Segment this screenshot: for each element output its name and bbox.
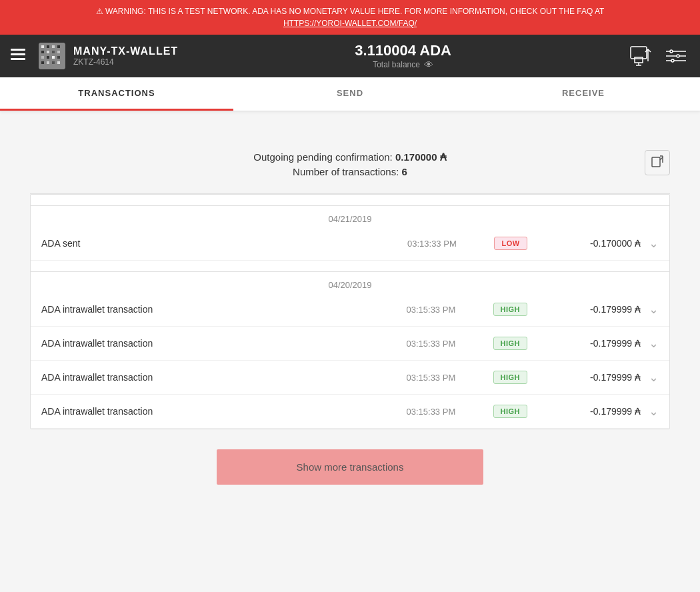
header-right: [628, 43, 689, 69]
tx-count: 6: [402, 166, 407, 177]
wallet-avatar: [39, 43, 65, 69]
svg-rect-12: [41, 56, 44, 59]
wallet-id: ZKTZ-4614: [73, 57, 178, 67]
pending-info: Outgoing pending confirmation: 0.170000 …: [30, 138, 670, 187]
show-more-button[interactable]: Show more transactions: [217, 449, 483, 485]
svg-rect-4: [41, 45, 44, 48]
tx-type: ADA intrawallet transaction: [41, 406, 407, 417]
warning-icon: ⚠: [96, 7, 103, 16]
svg-rect-6: [52, 45, 55, 48]
pending-text: Outgoing pending confirmation: 0.170000 …: [30, 151, 670, 163]
table-row[interactable]: ADA intrawallet transaction 03:15:33 PM …: [31, 361, 669, 395]
header-left: MANY-TX-WALLET ZKTZ-4614: [11, 43, 178, 69]
header-center: 3.110004 ADA Total balance 👁: [178, 42, 628, 70]
settings-button[interactable]: [663, 43, 689, 69]
tx-badge: HIGH: [493, 303, 528, 316]
svg-rect-13: [47, 56, 49, 59]
export-button[interactable]: [645, 150, 670, 175]
wallet-name: MANY-TX-WALLET: [73, 45, 178, 57]
pending-section: Outgoing pending confirmation: 0.170000 …: [30, 125, 670, 194]
svg-rect-19: [57, 61, 60, 64]
table-row[interactable]: ADA intrawallet transaction 03:15:33 PM …: [31, 395, 669, 429]
show-more-container: Show more transactions: [30, 449, 670, 485]
tx-amount: -0.179999 ₳: [541, 406, 641, 417]
tab-receive[interactable]: RECEIVE: [467, 77, 700, 111]
table-row[interactable]: ADA sent 03:13:33 PM LOW -0.170000 ₳ ⌄: [31, 227, 669, 261]
svg-rect-7: [57, 45, 60, 48]
svg-rect-9: [47, 51, 49, 53]
tx-amount: -0.179999 ₳: [541, 304, 641, 315]
tx-count-text: Number of transactions: 6: [30, 166, 670, 177]
ada-symbol: ₳: [440, 151, 447, 163]
chevron-down-icon[interactable]: ⌄: [649, 236, 659, 251]
tx-amount: -0.179999 ₳: [541, 338, 641, 349]
svg-rect-11: [57, 51, 60, 53]
nav-tabs: TRANSACTIONS SEND RECEIVE: [0, 77, 700, 111]
warning-text: WARNING: THIS IS A TEST NETWORK. ADA HAS…: [105, 7, 605, 16]
chevron-down-icon[interactable]: ⌄: [649, 302, 659, 317]
tx-badge: LOW: [494, 237, 527, 250]
date-divider-1: 04/21/2019: [31, 205, 669, 224]
tx-time: 03:15:33 PM: [407, 407, 480, 417]
svg-rect-1: [11, 53, 25, 55]
svg-point-28: [677, 55, 679, 57]
svg-rect-34: [652, 157, 660, 167]
pending-amount: 0.170000 ₳: [395, 151, 447, 163]
balance-amount: 3.110004 ADA: [178, 42, 628, 59]
tx-time: 03:13:33 PM: [407, 239, 481, 249]
svg-point-31: [671, 59, 674, 62]
tx-amount: -0.179999 ₳: [541, 372, 641, 383]
menu-icon[interactable]: [11, 49, 25, 64]
svg-point-25: [670, 50, 673, 53]
svg-rect-16: [41, 61, 44, 64]
chevron-down-icon[interactable]: ⌄: [649, 336, 659, 351]
svg-rect-0: [11, 49, 25, 51]
tx-time: 03:15:33 PM: [407, 339, 480, 349]
tx-time: 03:15:33 PM: [407, 305, 480, 315]
tx-badge: HIGH: [493, 405, 528, 418]
svg-rect-18: [52, 61, 55, 64]
tx-type: ADA sent: [41, 238, 407, 249]
header: MANY-TX-WALLET ZKTZ-4614 3.110004 ADA To…: [0, 35, 700, 77]
svg-rect-14: [52, 56, 55, 59]
table-row[interactable]: ADA intrawallet transaction 03:15:33 PM …: [31, 327, 669, 361]
transactions-table: 04/21/2019 ADA sent 03:13:33 PM LOW -0.1…: [30, 194, 670, 429]
date-divider-2: 04/20/2019: [31, 271, 669, 290]
chevron-down-icon[interactable]: ⌄: [649, 370, 659, 385]
tx-type: ADA intrawallet transaction: [41, 338, 407, 349]
tab-transactions[interactable]: TRANSACTIONS: [0, 77, 233, 111]
send-receive-button[interactable]: [628, 43, 655, 69]
wallet-info: MANY-TX-WALLET ZKTZ-4614: [73, 45, 178, 67]
tx-badge: HIGH: [493, 371, 528, 384]
chevron-down-icon[interactable]: ⌄: [649, 404, 659, 419]
tx-type: ADA intrawallet transaction: [41, 372, 407, 383]
tx-amount: -0.170000 ₳: [541, 238, 641, 249]
balance-label: Total balance 👁: [178, 59, 628, 70]
svg-rect-2: [11, 58, 25, 60]
tx-badge: HIGH: [493, 337, 528, 350]
svg-rect-17: [47, 61, 49, 64]
tab-send[interactable]: SEND: [233, 77, 467, 111]
eye-icon[interactable]: 👁: [424, 59, 433, 70]
tx-time: 03:15:33 PM: [407, 373, 480, 383]
svg-rect-5: [47, 45, 49, 48]
svg-rect-21: [635, 57, 643, 63]
svg-rect-8: [41, 51, 44, 53]
warning-link[interactable]: HTTPS://YOROI-WALLET.COM/FAQ/: [283, 19, 417, 28]
tx-type: ADA intrawallet transaction: [41, 304, 407, 315]
svg-rect-15: [57, 56, 60, 59]
main-content: Outgoing pending confirmation: 0.170000 …: [17, 111, 683, 518]
table-row[interactable]: ADA intrawallet transaction 03:15:33 PM …: [31, 293, 669, 327]
warning-banner: ⚠ WARNING: THIS IS A TEST NETWORK. ADA H…: [0, 0, 700, 35]
svg-rect-10: [52, 51, 55, 53]
